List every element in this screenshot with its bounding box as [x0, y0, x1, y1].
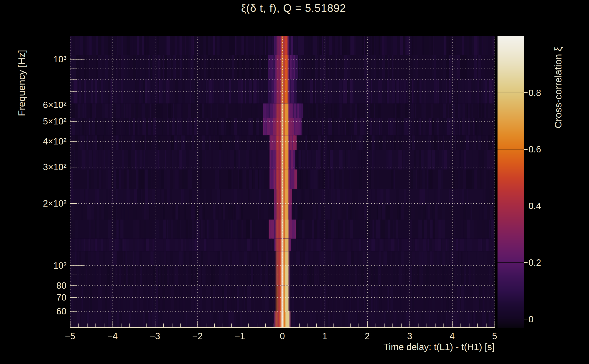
x-axis-title: Time delay: t(L1) - t(H1) [s] — [0, 342, 495, 352]
plot-title: ξ(δ t, f), Q = 5.51892 — [0, 2, 589, 14]
x-tick-label: −4 — [97, 331, 129, 341]
y-tick-label: 80 — [12, 280, 66, 291]
colorbar-tick-mark-inner — [497, 319, 524, 319]
x-tick-label: 4 — [436, 331, 468, 341]
colorbar-tick-mark — [524, 149, 528, 150]
colorbar-tick-mark-inner — [497, 93, 524, 93]
x-tick-label: −3 — [139, 331, 171, 341]
x-tick-label: 2 — [351, 331, 383, 341]
y-tick-label: 5×10² — [12, 116, 66, 127]
colorbar-tick-mark — [524, 92, 528, 93]
x-tick-label: −5 — [54, 331, 86, 341]
colorbar-tick-label: 0.2 — [529, 257, 565, 268]
y-tick-label: 10² — [12, 260, 66, 271]
x-tick-label: 3 — [394, 331, 425, 341]
heatmap-plot-area — [70, 36, 495, 328]
y-tick-label: 4×10² — [12, 136, 66, 147]
colorbar-tick-mark-inner — [497, 206, 524, 206]
x-axis-line — [70, 327, 495, 328]
colorbar — [497, 36, 524, 328]
y-tick-label: 60 — [12, 306, 66, 317]
x-tick-label: 5 — [479, 331, 510, 341]
x-tick-label: 0 — [267, 331, 298, 341]
colorbar-tick-mark-inner — [497, 262, 524, 263]
colorbar-tick-label: 0.4 — [529, 201, 565, 211]
y-tick-label: 3×10² — [12, 162, 66, 172]
x-tick-label: 1 — [309, 331, 341, 341]
cross-correlation-figure: ξ(δ t, f), Q = 5.51892 Time delay: t(L1)… — [0, 0, 589, 364]
colorbar-tick-mark — [524, 206, 528, 206]
plot-title-text: ξ(δ t, f), Q = 5.51892 — [241, 2, 346, 14]
y-tick-label: 70 — [12, 292, 66, 303]
colorbar-tick-mark — [524, 319, 528, 319]
y-tick-label: 2×10² — [12, 198, 66, 209]
x-tick-label: −1 — [224, 331, 256, 341]
y-tick-label: 6×10² — [12, 99, 66, 110]
colorbar-tick-label: 0.6 — [529, 144, 565, 155]
colorbar-tick-label: 0 — [529, 314, 565, 325]
x-tick-label: −2 — [182, 331, 214, 341]
colorbar-tick-mark-inner — [497, 149, 524, 150]
colorbar-tick-mark — [524, 262, 528, 263]
colorbar-tick-label: 0.8 — [529, 87, 565, 98]
y-tick-label: 10³ — [12, 54, 66, 65]
